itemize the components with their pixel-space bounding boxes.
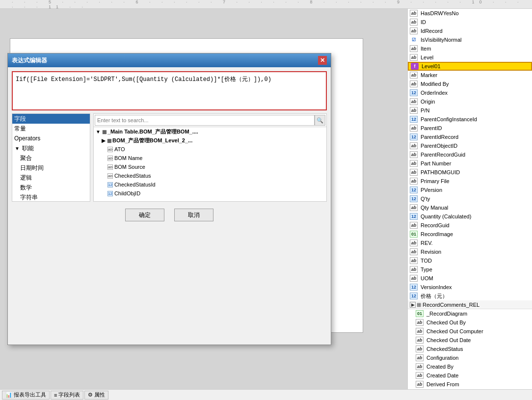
field-IsVisibilityNormal-label: IsVisibilityNormal — [421, 37, 462, 43]
field-OrderIndex[interactable]: 12 OrderIndex — [408, 88, 532, 97]
field-Item[interactable]: ab Item — [408, 44, 532, 53]
tree-item-functions[interactable]: ▼ 职能 — [12, 143, 90, 153]
expression-input[interactable]: Iif([File Extension]='SLDPRT',Sum([Quant… — [12, 71, 327, 110]
field-item-childobjid[interactable]: 12 ChildObjID — [94, 189, 326, 198]
tree-item-aggregate[interactable]: 聚合 — [12, 153, 90, 163]
PN-icon: ab — [410, 107, 418, 114]
field-bomsource-label: BOM Source — [114, 164, 145, 170]
field-Level01[interactable]: f Level01 — [408, 62, 532, 71]
field-CheckedStatus2[interactable]: ab CheckedStatus — [408, 345, 532, 353]
field-RecordDiagram[interactable]: 01 _RecordDiagram — [408, 309, 532, 318]
field-item-bomname[interactable]: ab BOM Name — [94, 154, 326, 162]
field-IdRecord-label: IdRecord — [421, 28, 443, 34]
field-IsVisibilityNormal[interactable]: ☑ IsVisibilityNormal — [408, 35, 532, 44]
tree-item-fields[interactable]: 字段 — [12, 114, 90, 124]
export-tool-button[interactable]: 📊 报表导出工具 — [2, 391, 50, 400]
field-item-ato[interactable]: ab ATO — [94, 145, 326, 154]
tree-item-string[interactable]: 字符串 — [12, 192, 90, 202]
field-UOM[interactable]: ab UOM — [408, 274, 532, 283]
field-ato-label: ATO — [114, 146, 125, 152]
search-button[interactable]: 🔍 — [315, 115, 325, 126]
ID-icon: ab — [410, 19, 418, 26]
dialog-body: Iif([File Extension]='SLDPRT',Sum([Quant… — [8, 67, 331, 345]
Origin-icon: ab — [410, 98, 418, 105]
field-VersionIndex[interactable]: 12 VersionIndex — [408, 283, 532, 292]
field-PrimaryFile[interactable]: ab Primary File — [408, 177, 532, 186]
field-Qty-label: Q'ty — [421, 196, 430, 202]
fields-tree-root[interactable]: ▼ ▦ _Main Table.BOM_产品管理BOM_.... — [94, 127, 326, 136]
field-TOD[interactable]: ab TOD — [408, 256, 532, 265]
tree-item-operators[interactable]: Operators — [12, 133, 90, 143]
field-IdRecord[interactable]: ab IdRecord — [408, 27, 532, 35]
field-Origin[interactable]: ab Origin — [408, 97, 532, 106]
IsVisibilityNormal-icon: ☑ — [410, 36, 418, 43]
field-RecordImage[interactable]: 01 RecordImage — [408, 230, 532, 239]
fields-tree-subgroup[interactable]: ▶ ▦ BOM_产品管理BOM_Level_2_... — [94, 136, 326, 145]
tree-item-functions-label: 职能 — [22, 144, 34, 153]
fields-search-input[interactable] — [95, 115, 315, 126]
field-CreatedDate[interactable]: ab Created Date — [408, 371, 532, 380]
field-RecordGuid[interactable]: ab RecordGuid — [408, 221, 532, 230]
field-ModifiedBy[interactable]: ab Modified By — [408, 80, 532, 88]
field-PN[interactable]: ab P/N — [408, 106, 532, 115]
field-Revision-label: Revision — [421, 249, 441, 255]
properties-button[interactable]: ⚙ 属性 — [84, 391, 108, 400]
field-Level[interactable]: ab Level — [408, 53, 532, 62]
tree-item-datetime[interactable]: 日期时间 — [12, 163, 90, 173]
field-QuantityCalculated[interactable]: 12 Quantity (Calculated) — [408, 212, 532, 221]
field-DerivedFrom[interactable]: ab Derived From — [408, 380, 532, 389]
field-TOD-label: TOD — [421, 258, 432, 264]
field-ParentObjectID[interactable]: ab ParentObjectID — [408, 141, 532, 150]
PATHBOMGUID-icon: ab — [410, 169, 418, 176]
field-price[interactable]: 12 价格（元） — [408, 292, 532, 300]
cancel-button[interactable]: 取消 — [174, 209, 213, 221]
field-ParentID[interactable]: ab ParentID — [408, 124, 532, 133]
field-Configuration[interactable]: ab Configuration — [408, 353, 532, 362]
field-ParentIdRecord[interactable]: 12 ParentIdRecord — [408, 133, 532, 141]
field-QtyManual[interactable]: ab Qty Manual — [408, 203, 532, 212]
field-childobjid-label: ChildObjID — [114, 190, 140, 196]
tree-item-logic[interactable]: 逻辑 — [12, 173, 90, 183]
group-RecordComments[interactable]: ▶ ▦ RecordComments_REL — [408, 300, 532, 309]
field-ParentRecordGuid[interactable]: ab ParentRecordGuid — [408, 150, 532, 159]
field-PATHBOMGUID[interactable]: ab PATHBOMGUID — [408, 168, 532, 177]
CheckedStatus2-icon: ab — [416, 346, 424, 352]
field-Type-label: Type — [421, 267, 432, 272]
field-Type[interactable]: ab Type — [408, 265, 532, 274]
tree-item-constants[interactable]: 常量 — [12, 124, 90, 133]
fields-search-bar: 🔍 — [94, 114, 326, 127]
field-list-button[interactable]: ≡ 字段列表 — [51, 391, 83, 400]
dialog-close-button[interactable]: ✕ — [318, 56, 327, 65]
field-item-checkedstatusid[interactable]: 12 CheckedStatusId — [94, 180, 326, 189]
field-Marker[interactable]: ab Marker — [408, 71, 532, 80]
field-list-icon: ≡ — [54, 392, 57, 398]
field-REV[interactable]: ab REV. — [408, 239, 532, 247]
field-CheckedOutDate[interactable]: ab Checked Out Date — [408, 336, 532, 345]
field-CreatedBy[interactable]: ab Created By — [408, 362, 532, 371]
DerivedFrom-icon: ab — [416, 381, 424, 388]
fields-row: 字段 常量 Operators ▼ 职能 聚合 — [12, 113, 327, 202]
field-Configuration-label: Configuration — [426, 355, 458, 361]
tree-item-aggregate-label: 聚合 — [20, 154, 32, 162]
field-item-checkedstatus[interactable]: ab CheckedStatus — [94, 171, 326, 180]
field-ParentConfigInstanceId[interactable]: 12 ParentConfigInstanceId — [408, 115, 532, 124]
field-PVersion[interactable]: 12 PVersion — [408, 186, 532, 194]
field-Qty[interactable]: 12 Q'ty — [408, 194, 532, 203]
field-PartNumber[interactable]: ab Part Number — [408, 159, 532, 168]
expression-editor-dialog[interactable]: 表达式编辑器 ✕ Iif([File Extension]='SLDPRT',S… — [7, 53, 331, 345]
Revision-icon: ab — [410, 248, 418, 255]
checkedstatus-icon: ab — [107, 173, 113, 179]
confirm-button[interactable]: 确定 — [125, 209, 164, 221]
field-Revision[interactable]: ab Revision — [408, 247, 532, 256]
tree-item-math[interactable]: 数学 — [12, 183, 90, 192]
PVersion-icon: 12 — [410, 187, 418, 193]
RecordDiagram-icon: 01 — [416, 310, 424, 317]
field-CheckedOutComputer[interactable]: ab Checked Out Computer — [408, 327, 532, 336]
field-CheckedOutBy[interactable]: ab Checked Out By — [408, 318, 532, 327]
field-bomname-label: BOM Name — [114, 155, 142, 161]
field-CheckedOutComputer-label: Checked Out Computer — [426, 328, 483, 334]
field-HasDRWYesNo[interactable]: ab HasDRWYesNo — [408, 9, 532, 18]
TOD-icon: ab — [410, 257, 418, 264]
field-ID[interactable]: ab ID — [408, 18, 532, 27]
field-item-bomsource[interactable]: ab BOM Source — [94, 162, 326, 171]
